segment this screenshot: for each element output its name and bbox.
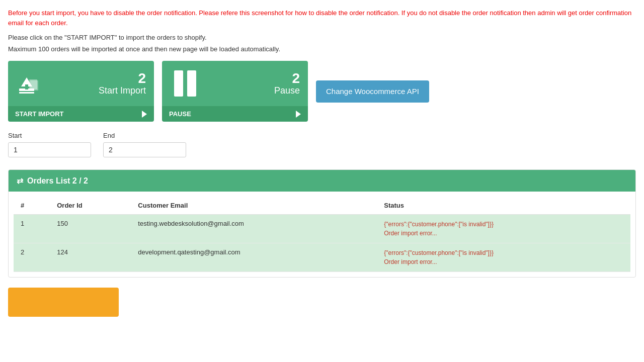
row-status: {"errors":{"customer.phone":["is invalid… xyxy=(377,243,630,272)
pause-icon xyxy=(170,70,200,97)
orders-section: ⇄ Orders List 2 / 2 # Order Id Customer … xyxy=(8,169,636,278)
col-num: # xyxy=(14,197,50,215)
start-import-button[interactable]: START IMPORT xyxy=(8,106,154,122)
start-import-count: 2 xyxy=(138,71,146,85)
orders-table: # Order Id Customer Email Status 1150tes… xyxy=(14,197,630,272)
row-status: {"errors":{"customer.phone":["is invalid… xyxy=(377,215,630,243)
orders-table-wrapper: # Order Id Customer Email Status 1150tes… xyxy=(9,192,635,277)
start-import-button-label: START IMPORT xyxy=(15,110,64,118)
start-import-card[interactable]: 2 Start Import START IMPORT xyxy=(8,61,154,122)
orders-header: ⇄ Orders List 2 / 2 xyxy=(9,170,635,192)
info-text-2: Maximum 100 orders will be imported at o… xyxy=(8,45,636,53)
end-field: End xyxy=(103,132,186,157)
pause-label: Pause xyxy=(274,85,300,96)
status-error-text: {"errors":{"customer.phone":["is invalid… xyxy=(384,221,494,237)
start-field: Start xyxy=(8,132,91,157)
svg-rect-3 xyxy=(25,84,28,89)
shuffle-icon: ⇄ xyxy=(17,176,23,186)
row-order-id: 124 xyxy=(50,243,131,272)
start-input[interactable] xyxy=(8,142,91,157)
row-email: testing.webdesksolution@gmail.com xyxy=(131,215,377,243)
pause-button-label: PAUSE xyxy=(169,110,191,118)
end-label: End xyxy=(103,132,186,139)
status-error-text: {"errors":{"customer.phone":["is invalid… xyxy=(384,249,494,265)
col-status: Status xyxy=(377,197,630,215)
row-email: development.qatesting@gmail.com xyxy=(131,243,377,272)
end-input[interactable] xyxy=(103,142,186,157)
pause-button[interactable]: PAUSE xyxy=(162,106,308,122)
start-import-card-info: 2 Start Import xyxy=(99,71,146,96)
orders-header-title: Orders List 2 / 2 xyxy=(27,176,88,186)
range-section: Start End xyxy=(8,132,636,157)
pause-card-info: 2 Pause xyxy=(274,71,300,96)
svg-rect-5 xyxy=(29,79,37,89)
change-api-button[interactable]: Change Woocommerce API xyxy=(316,80,429,103)
table-row: 2124development.qatesting@gmail.com{"err… xyxy=(14,243,630,272)
row-num: 2 xyxy=(14,243,50,272)
table-row: 1150testing.webdesksolution@gmail.com{"e… xyxy=(14,215,630,243)
import-icon xyxy=(16,70,42,97)
warning-text: Before you start import, you have to dis… xyxy=(8,8,636,28)
row-num: 1 xyxy=(14,215,50,243)
pause-arrow-icon xyxy=(296,111,301,118)
start-label: Start xyxy=(8,132,91,139)
action-cards: 2 Start Import START IMPORT 2 Pause PAUS… xyxy=(8,61,636,122)
row-order-id: 150 xyxy=(50,215,131,243)
col-order-id: Order Id xyxy=(50,197,131,215)
start-import-label: Start Import xyxy=(99,85,146,96)
table-header-row: # Order Id Customer Email Status xyxy=(14,197,630,215)
info-text-1: Please click on the "START IMPORT" to im… xyxy=(8,34,636,41)
svg-rect-1 xyxy=(19,92,34,94)
bottom-card xyxy=(8,288,119,317)
start-import-arrow-icon xyxy=(142,111,147,118)
pause-card[interactable]: 2 Pause PAUSE xyxy=(162,61,308,122)
col-email: Customer Email xyxy=(131,197,377,215)
pause-count: 2 xyxy=(292,71,300,85)
